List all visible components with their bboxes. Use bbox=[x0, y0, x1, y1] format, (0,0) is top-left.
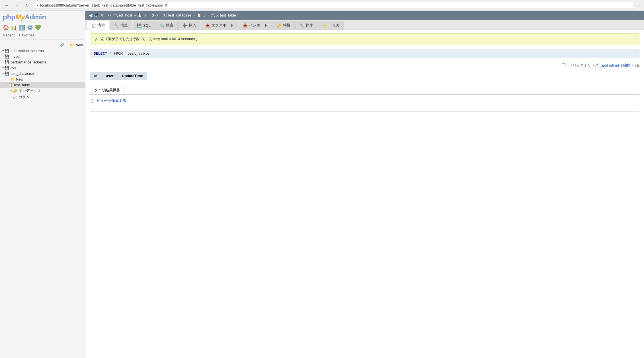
breadcrumb-table-label: テーブル: test_table bbox=[203, 13, 236, 18]
toggle-test-table[interactable]: − bbox=[6, 83, 8, 87]
tree-item-new-root[interactable]: 🔗 📁 New bbox=[0, 42, 85, 48]
settings-icon[interactable]: ⚙️ bbox=[27, 24, 33, 31]
folder-icon: 📁 bbox=[69, 43, 74, 47]
tree-item-performance-schema[interactable]: + 💾 performance_schema bbox=[0, 59, 85, 65]
db-icon[interactable]: 📊 bbox=[11, 24, 17, 31]
create-view-label: ビューを作成する bbox=[97, 98, 126, 103]
edit-inline-link[interactable]: [Edit inline] bbox=[601, 63, 619, 67]
profiling-checkbox[interactable] bbox=[562, 63, 565, 67]
main-area: ◀ 🖥️ サーバ: mysql_host » 💾 データベース: test_da… bbox=[85, 11, 644, 358]
section-divider bbox=[90, 111, 639, 112]
tab-search[interactable]: 🔍 検索 bbox=[155, 21, 178, 30]
logo-admin: Admin bbox=[25, 13, 46, 21]
favorites-link[interactable]: Favorites bbox=[19, 33, 34, 37]
toggle-mysql[interactable]: + bbox=[2, 54, 4, 58]
tree-item-new-testdb[interactable]: 📁 New bbox=[0, 76, 85, 82]
column-icon: 📊 bbox=[12, 95, 17, 99]
tree-item-sys[interactable]: + 💾 sys bbox=[0, 65, 85, 71]
tree-item-columns[interactable]: + 📊 カラム bbox=[0, 94, 85, 100]
forward-button[interactable]: → bbox=[13, 2, 21, 9]
tab-insert[interactable]: ➕ 挿入 bbox=[178, 21, 200, 30]
tab-sql[interactable]: 💾 SQL bbox=[133, 21, 155, 30]
toggle-indexes[interactable]: + bbox=[10, 89, 12, 93]
back-button[interactable]: ← bbox=[3, 2, 11, 9]
tab-import-icon: 📥 bbox=[243, 23, 247, 28]
lock-icon: ● bbox=[36, 3, 38, 7]
sql-query-text: * FROM `test_table` bbox=[109, 51, 152, 55]
sync-icon: 🔗 bbox=[59, 43, 64, 47]
table-icon-test-table: 📋 bbox=[8, 83, 13, 87]
tab-triggers-label: トリガ bbox=[329, 23, 340, 28]
tree-label-new-testdb: New bbox=[16, 77, 23, 81]
tab-operations[interactable]: 🔧 操作 bbox=[295, 21, 317, 30]
tree-item-indexes[interactable]: + 🔑 インデックス bbox=[0, 88, 85, 94]
breadcrumb-sep1: » bbox=[134, 13, 136, 17]
home-icon[interactable]: 🏠 bbox=[3, 24, 9, 31]
reload-button[interactable]: ↻ bbox=[23, 2, 30, 9]
sidebar-quick-links: Recent Favorites bbox=[0, 32, 85, 38]
sidebar-tree: 🔗 📁 New + 💾 information_schema + 💾 mysql… bbox=[0, 41, 85, 358]
info-icon[interactable]: ℹ️ bbox=[19, 24, 25, 31]
recent-link[interactable]: Recent bbox=[3, 33, 15, 37]
breadcrumb-server-icon: 🖥️ bbox=[94, 13, 99, 17]
tree-label-mysql: mysql bbox=[11, 54, 20, 59]
success-checkmark-icon: ✔ bbox=[94, 37, 98, 42]
query-ops-body: 📋 ビューを作成する bbox=[90, 94, 639, 107]
edit-link[interactable]: [ 編集 ] bbox=[621, 63, 633, 68]
sidebar-header: phpMyAdmin bbox=[0, 11, 85, 23]
profiling-row: プロファイリング [Edit inline] [ 編集 ] [ E bbox=[90, 61, 639, 69]
tree-item-test-database[interactable]: − 💾 test_database bbox=[0, 71, 85, 76]
tab-privileges[interactable]: 🔑 特権 bbox=[272, 21, 295, 30]
breadcrumb-db-icon: 💾 bbox=[138, 13, 142, 17]
tab-triggers-icon: ⚡ bbox=[322, 23, 327, 28]
db-icon-mysql: 💾 bbox=[4, 54, 9, 59]
col-id: id bbox=[90, 72, 102, 80]
toggle-information-schema[interactable]: + bbox=[2, 49, 4, 53]
tab-operations-icon: 🔧 bbox=[300, 23, 304, 28]
tree-item-mysql[interactable]: + 💾 mysql bbox=[0, 54, 85, 59]
plus-icon[interactable]: 💚 bbox=[35, 24, 41, 31]
query-ops-header: クエリ結果操作 bbox=[90, 86, 124, 95]
address-bar[interactable]: ● localhost:8080/sql.php?server=1&db=tes… bbox=[33, 2, 635, 9]
table-header-row: id user UpdateTime bbox=[90, 72, 147, 80]
index-icon: 🔑 bbox=[12, 89, 17, 93]
col-user: user bbox=[102, 72, 118, 80]
tab-view[interactable]: 📋 表示 bbox=[87, 21, 109, 30]
logo-my: My bbox=[15, 13, 25, 21]
tree-item-test-table[interactable]: − 📋 test_table bbox=[0, 82, 85, 88]
tree-item-information-schema[interactable]: + 💾 information_schema bbox=[0, 48, 85, 54]
tree-label-test-table: test_table bbox=[14, 83, 30, 87]
tab-view-icon: 📋 bbox=[91, 23, 96, 28]
tree-label-sys: sys bbox=[11, 66, 16, 70]
tab-export-icon: 📤 bbox=[205, 23, 210, 28]
toggle-test-database[interactable]: − bbox=[2, 71, 4, 75]
create-view-link[interactable]: 📋 ビューを作成する bbox=[90, 98, 639, 103]
breadcrumb: ◀ 🖥️ サーバ: mysql_host » 💾 データベース: test_da… bbox=[85, 11, 644, 20]
tree-label-information-schema: information_schema bbox=[11, 49, 44, 53]
tab-structure[interactable]: 🔧 構造 bbox=[110, 21, 132, 30]
app-body: phpMyAdmin 🏠 📊 ℹ️ ⚙️ 💚 Recent Favorites … bbox=[0, 11, 644, 358]
tab-triggers[interactable]: ⚡ トリガ bbox=[318, 21, 344, 30]
breadcrumb-back-button[interactable]: ◀ bbox=[89, 13, 92, 18]
tab-privileges-icon: 🔑 bbox=[277, 23, 281, 28]
logo: phpMyAdmin bbox=[3, 13, 82, 21]
tree-label-new-root: New bbox=[75, 43, 83, 47]
breadcrumb-db-label: データベース: test_database bbox=[144, 13, 191, 18]
query-display: SELECT * FROM `test_table` bbox=[90, 49, 639, 58]
tab-bar: 📋 表示 🔧 構造 💾 SQL 🔍 検索 ➕ 挿入 📤 エクスポート bbox=[85, 20, 644, 30]
toggle-sys[interactable]: + bbox=[2, 66, 4, 70]
tab-export[interactable]: 📤 エクスポート bbox=[201, 21, 238, 30]
db-icon-test-database: 💾 bbox=[4, 71, 9, 76]
success-message: 返り値が空でした (行数 0)。 (Query took 0.0014 seco… bbox=[100, 36, 197, 42]
breadcrumb-server-label: サーバ: mysql_host bbox=[100, 13, 132, 18]
bookmark-star[interactable]: ☆ bbox=[637, 3, 641, 8]
tab-insert-label: 挿入 bbox=[189, 23, 196, 28]
tab-import[interactable]: 📥 インポート bbox=[239, 21, 272, 30]
db-icon-information-schema: 💾 bbox=[4, 48, 9, 53]
tab-search-icon: 🔍 bbox=[160, 23, 164, 28]
sidebar-icons: 🏠 📊 ℹ️ ⚙️ 💚 bbox=[0, 23, 85, 32]
sql-select-keyword: SELECT bbox=[94, 51, 107, 55]
toggle-performance-schema[interactable]: + bbox=[2, 60, 4, 64]
toggle-columns[interactable]: + bbox=[10, 95, 12, 99]
url-text: localhost:8080/sql.php?server=1&db=test_… bbox=[40, 3, 631, 7]
